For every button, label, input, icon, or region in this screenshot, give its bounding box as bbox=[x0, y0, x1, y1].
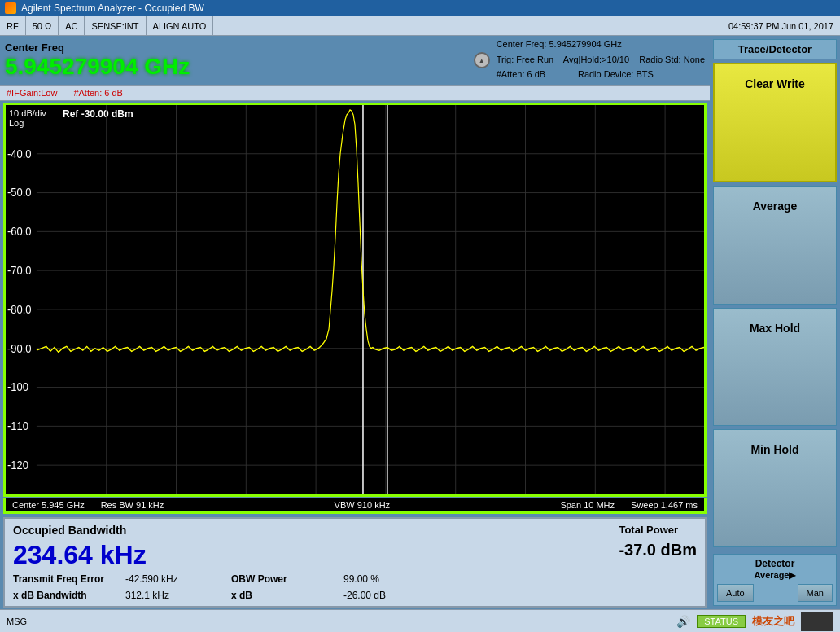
measurement-panel: Occupied Bandwidth 234.64 kHz Total Powe… bbox=[3, 517, 707, 608]
sweep: Sweep 1.467 ms bbox=[631, 500, 698, 510]
span: Span 10 MHz bbox=[560, 500, 615, 510]
left-panel: Center Freq 5.945279904 GHz ▲ Center Fre… bbox=[0, 36, 710, 609]
svg-text:-60.0: -60.0 bbox=[7, 224, 32, 238]
spectrum-footer: Center 5.945 GHz Res BW 91 kHz VBW 910 k… bbox=[3, 498, 707, 514]
status-message: MSG bbox=[7, 617, 676, 626]
detector-row: Auto Man bbox=[717, 584, 833, 602]
total-power-value: -37.0 dBm bbox=[619, 541, 697, 560]
clear-write-button[interactable]: Clear Write bbox=[713, 63, 837, 182]
spectrum-svg: -40.0 -50.0 -60.0 -70.0 -80.0 -90.0 -100… bbox=[6, 105, 704, 494]
min-hold-button[interactable]: Min Hold bbox=[713, 429, 837, 547]
detector-auto-button[interactable]: Auto bbox=[717, 584, 754, 602]
svg-text:-110: -110 bbox=[7, 419, 28, 432]
sense-label: SENSE:INT bbox=[85, 16, 146, 35]
panel-title: Trace/Detector bbox=[713, 39, 837, 59]
sub-header: #IFGain:Low #Atten: 6 dB bbox=[0, 85, 710, 101]
total-power-section: Total Power -37.0 dBm bbox=[619, 524, 697, 560]
window-title: Agilent Spectrum Analyzer - Occupied BW bbox=[21, 2, 204, 14]
right-panel: Trace/Detector Clear Write Average Max H… bbox=[710, 36, 840, 609]
freq-header: Center Freq 5.945279904 GHz ▲ Center Fre… bbox=[0, 36, 710, 85]
ac-label: AC bbox=[59, 16, 85, 35]
obw-power: OBW Power 99.00 % bbox=[231, 573, 417, 585]
res-bw: Res BW 91 kHz bbox=[101, 500, 164, 510]
detector-section: Detector Average▶ Auto Man bbox=[713, 554, 837, 606]
align-label: ALIGN AUTO bbox=[147, 16, 214, 35]
center-freq-label: Center Freq bbox=[5, 42, 190, 54]
rf-label: RF bbox=[0, 16, 26, 35]
transmit-freq-error: Transmit Freq Error -42.590 kHz bbox=[13, 573, 199, 585]
logo-text: 模友之吧 bbox=[752, 614, 794, 629]
center-freq-value: 5.945279904 GHz bbox=[5, 54, 190, 80]
center-freq-footer: Center 5.945 GHz bbox=[12, 500, 85, 510]
svg-text:-90.0: -90.0 bbox=[7, 340, 32, 354]
measurement-title: Occupied Bandwidth bbox=[13, 524, 147, 537]
title-bar: Agilent Spectrum Analyzer - Occupied BW bbox=[0, 0, 840, 16]
status-bar: MSG 🔊 STATUS 模友之吧 bbox=[0, 609, 840, 632]
total-power-label: Total Power bbox=[619, 524, 678, 536]
svg-text:-70.0: -70.0 bbox=[7, 263, 32, 277]
svg-text:-120: -120 bbox=[7, 458, 28, 472]
vbw: VBW 910 kHz bbox=[335, 500, 390, 510]
measurement-row-left: Transmit Freq Error -42.590 kHz x dB Ban… bbox=[13, 573, 199, 601]
svg-text:-80.0: -80.0 bbox=[7, 302, 32, 316]
arrow-icon: ▲ bbox=[474, 52, 490, 68]
status-indicator: STATUS bbox=[697, 615, 746, 628]
xdb-bandwidth: x dB Bandwidth 312.1 kHz bbox=[13, 590, 199, 601]
if-gain-label: #IFGain:Low bbox=[7, 88, 57, 98]
max-hold-button[interactable]: Max Hold bbox=[713, 308, 837, 426]
measurement-rows: Transmit Freq Error -42.590 kHz x dB Ban… bbox=[13, 573, 697, 601]
speaker-icon: 🔊 bbox=[676, 615, 690, 628]
main-measurement-value: 234.64 kHz bbox=[13, 540, 147, 570]
status-right: 🔊 STATUS 模友之吧 bbox=[676, 612, 833, 631]
svg-text:-50.0: -50.0 bbox=[7, 185, 32, 199]
measurement-row-right: OBW Power 99.00 % x dB -26.00 dB bbox=[231, 573, 417, 601]
atten-label: #Atten: 6 dB bbox=[73, 88, 123, 98]
freq-info: Center Freq: 5.945279904 GHz Trig: Free … bbox=[497, 37, 705, 83]
detector-man-button[interactable]: Man bbox=[798, 584, 833, 602]
top-info-bar: RF 50 Ω AC SENSE:INT ALIGN AUTO 04:59:37… bbox=[0, 16, 840, 36]
svg-text:-100: -100 bbox=[7, 380, 28, 393]
spectrum-display: 10 dB/div Log Ref -30.00 dBm bbox=[3, 103, 707, 497]
xdb: x dB -26.00 dB bbox=[231, 590, 417, 601]
app-icon bbox=[5, 2, 16, 14]
main-layout: Center Freq 5.945279904 GHz ▲ Center Fre… bbox=[0, 36, 840, 609]
qr-code bbox=[801, 612, 833, 631]
svg-text:-40.0: -40.0 bbox=[7, 146, 32, 160]
average-button[interactable]: Average bbox=[713, 186, 837, 304]
timestamp: 04:59:37 PM Jun 01, 2017 bbox=[722, 16, 840, 35]
impedance-label: 50 Ω bbox=[26, 16, 59, 35]
detector-title: Detector Average▶ bbox=[717, 558, 833, 581]
